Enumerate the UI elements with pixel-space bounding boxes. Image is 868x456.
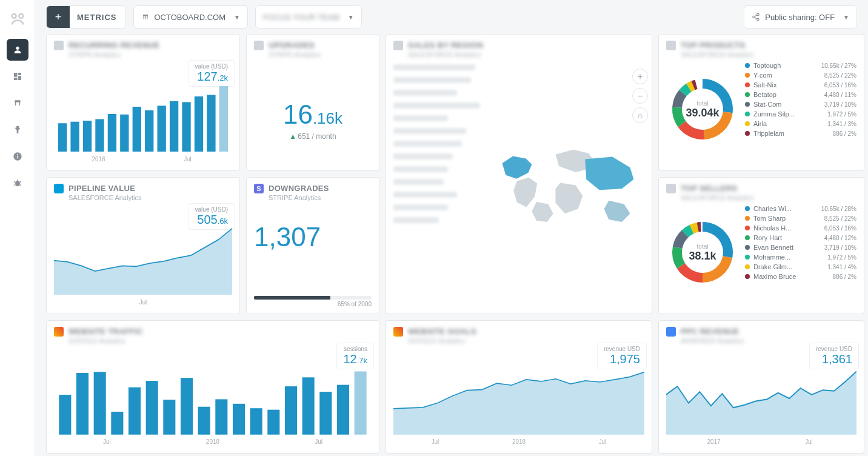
- svg-point-2: [16, 47, 19, 50]
- svg-rect-30: [195, 96, 203, 152]
- svg-rect-4: [18, 73, 21, 75]
- svg-point-16: [757, 13, 760, 16]
- card-title: WEBSITE TRAFFIC: [68, 327, 143, 336]
- card-top-sellers[interactable]: TOP SELLERSSALESFORCE Analytics total38.…: [658, 177, 864, 314]
- chevron-down-icon: ▼: [234, 14, 240, 21]
- nav-data-icon[interactable]: [7, 92, 28, 114]
- add-metrics-button[interactable]: + METRICS: [46, 5, 126, 29]
- nav-integrations-icon[interactable]: [7, 119, 28, 141]
- legend-row: Salt-Nix6,053 / 16%: [745, 80, 856, 90]
- plus-icon: +: [47, 5, 70, 29]
- donut-chart: total38.1k: [666, 204, 739, 295]
- svg-point-0: [12, 14, 16, 18]
- svg-text:Jul: Jul: [139, 298, 147, 306]
- svg-rect-7: [15, 102, 16, 106]
- svg-rect-45: [146, 381, 158, 435]
- adwords-icon: [666, 327, 676, 337]
- legend-row: Nicholas H...6,053 / 16%: [745, 223, 856, 233]
- card-subtitle: STRIPE Analytics: [269, 51, 321, 58]
- card-ppc-revenue[interactable]: PPC REVENUEADWORDS Analytics revenue USD…: [658, 320, 864, 454]
- svg-rect-14: [145, 16, 145, 19]
- card-downgrades[interactable]: SDOWNGRADESSTRIPE Analytics 1,307 65% of…: [246, 177, 379, 314]
- svg-rect-50: [233, 404, 245, 435]
- progress-bar: 65% of 2000: [254, 296, 372, 307]
- svg-point-17: [753, 16, 755, 18]
- line-chart: 2017Jul: [666, 344, 856, 447]
- card-pipeline-value[interactable]: PIPELINE VALUESALESFORCE Analytics value…: [46, 177, 240, 314]
- card-subtitle: ADWORDS Analytics: [681, 337, 744, 344]
- card-website-goals[interactable]: WEBSITE GOALSGOOGLE Analytics revenue US…: [386, 320, 652, 454]
- card-title: WEBSITE GOALS: [408, 327, 476, 336]
- svg-rect-24: [120, 115, 129, 152]
- legend-row: Maximo Bruce886 / 2%: [745, 272, 856, 281]
- svg-point-11: [17, 154, 18, 155]
- donut-chart: total39.04k: [666, 61, 739, 152]
- svg-rect-53: [285, 386, 297, 435]
- svg-rect-56: [337, 385, 349, 435]
- metric-value: 16.16k: [254, 99, 372, 130]
- workspace-select[interactable]: OCTOBOARD.COM ▼: [133, 5, 248, 29]
- stripe-icon: [254, 41, 264, 50]
- svg-rect-41: [76, 373, 88, 435]
- salesforce-icon: [393, 41, 403, 50]
- brand-logo: [5, 6, 30, 30]
- nav-account-icon[interactable]: [7, 39, 28, 61]
- svg-point-18: [757, 18, 760, 21]
- card-upgrades[interactable]: UPGRADESSTRIPE Analytics 16.16k ▲651 / m…: [246, 34, 379, 171]
- nav-info-icon[interactable]: [7, 146, 28, 167]
- legend-row: Charles Wi...10.65k / 28%: [745, 204, 856, 213]
- public-sharing-toggle[interactable]: Public sharing: OFF ▼: [744, 5, 857, 29]
- salesforce-icon: [54, 184, 64, 193]
- svg-rect-31: [207, 95, 215, 152]
- svg-rect-52: [267, 410, 279, 435]
- svg-rect-44: [129, 387, 141, 435]
- legend-row: Betatop4,480 / 11%: [745, 90, 856, 99]
- card-subtitle: SALESFORCE Analytics: [408, 51, 483, 58]
- home-button[interactable]: ⌂: [632, 107, 648, 123]
- team-select[interactable]: FOCUS YOUR TEAM ▼: [255, 5, 362, 29]
- svg-rect-49: [215, 399, 227, 434]
- region-list: [393, 62, 484, 310]
- card-subtitle: GOOGLE Analytics: [408, 337, 476, 344]
- legend-row: Drake Gilm...1,341 / 4%: [745, 262, 856, 272]
- svg-rect-20: [70, 122, 79, 152]
- card-title: PPC REVENUE: [681, 327, 744, 336]
- svg-rect-19: [58, 123, 67, 152]
- card-website-traffic[interactable]: WEBSITE TRAFFICGOOGLE Analytics sessions…: [46, 320, 379, 454]
- svg-rect-22: [95, 119, 104, 152]
- card-title: SALES BY REGION: [408, 41, 483, 50]
- bar-chart: Jul2018Jul: [54, 344, 372, 447]
- nav-debug-icon[interactable]: [7, 172, 28, 194]
- svg-rect-55: [319, 392, 332, 435]
- svg-rect-43: [111, 412, 123, 435]
- zoom-out-button[interactable]: −: [632, 88, 648, 104]
- svg-rect-29: [182, 102, 190, 152]
- bar-chart: 2018Jul: [54, 58, 232, 164]
- svg-text:2017: 2017: [707, 438, 721, 446]
- card-top-products[interactable]: TOP PRODUCTSSALESFORCE Analytics total39…: [658, 34, 864, 171]
- card-title: UPGRADES: [269, 41, 321, 50]
- card-sales-region[interactable]: SALES BY REGIONSALESFORCE Analytics + − …: [386, 34, 652, 314]
- svg-rect-40: [59, 395, 71, 435]
- card-subtitle: SALESFORCE Analytics: [681, 51, 753, 58]
- area-chart: Jul2018Jul: [393, 344, 644, 447]
- svg-point-1: [19, 14, 23, 18]
- world-map[interactable]: [490, 58, 644, 310]
- zoom-in-button[interactable]: +: [632, 69, 648, 84]
- svg-rect-10: [17, 156, 18, 159]
- legend-row: Evan Bennett3,719 / 10%: [745, 243, 856, 252]
- salesforce-icon: [666, 184, 676, 193]
- legend-row: Airla1,341 / 3%: [745, 119, 856, 129]
- svg-rect-47: [181, 378, 193, 435]
- svg-rect-26: [145, 110, 153, 152]
- google-analytics-icon: [393, 327, 403, 337]
- card-subtitle: SALESFORCE Analytics: [681, 194, 753, 201]
- legend-row: Stat-Com3,719 / 10%: [745, 99, 856, 109]
- svg-rect-46: [163, 400, 175, 434]
- svg-text:39.04k: 39.04k: [686, 107, 719, 119]
- public-sharing-label: Public sharing: OFF: [765, 13, 835, 22]
- card-recurring-revenue[interactable]: RECURRING REVENUESTRIPE Analytics value …: [46, 34, 240, 171]
- nav-dashboards-icon[interactable]: [7, 65, 28, 87]
- legend: Toptough10.65k / 27%Y-com8,525 / 22%Salt…: [745, 61, 856, 152]
- workspace-icon: [141, 13, 150, 21]
